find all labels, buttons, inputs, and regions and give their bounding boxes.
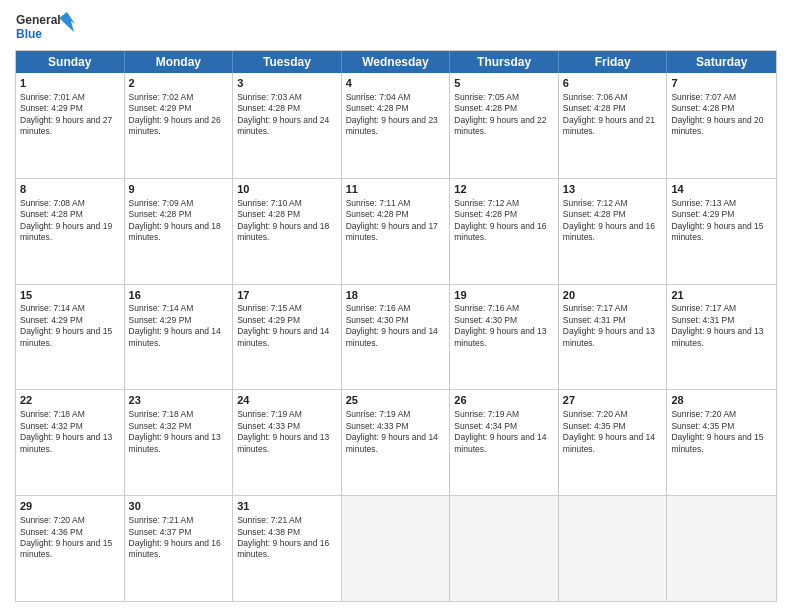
sunrise-label: Sunrise: 7:20 AM — [671, 409, 736, 419]
day-cell-18: 18 Sunrise: 7:16 AM Sunset: 4:30 PM Dayl… — [342, 285, 451, 390]
day-cell-23: 23 Sunrise: 7:18 AM Sunset: 4:32 PM Dayl… — [125, 390, 234, 495]
sunrise-label: Sunrise: 7:18 AM — [20, 409, 85, 419]
logo-svg: General Blue — [15, 10, 75, 46]
svg-marker-2 — [59, 12, 75, 32]
day-number: 27 — [563, 393, 663, 408]
daylight-label: Daylight: 9 hours and 15 minutes. — [671, 221, 763, 242]
day-number: 25 — [346, 393, 446, 408]
header-day-saturday: Saturday — [667, 51, 776, 73]
sunrise-label: Sunrise: 7:02 AM — [129, 92, 194, 102]
day-number: 11 — [346, 182, 446, 197]
day-number: 20 — [563, 288, 663, 303]
sunset-label: Sunset: 4:29 PM — [129, 315, 192, 325]
day-cell-30: 30 Sunrise: 7:21 AM Sunset: 4:37 PM Dayl… — [125, 496, 234, 601]
week-row-2: 15 Sunrise: 7:14 AM Sunset: 4:29 PM Dayl… — [16, 284, 776, 390]
daylight-label: Daylight: 9 hours and 18 minutes. — [237, 221, 329, 242]
day-number: 28 — [671, 393, 772, 408]
sunset-label: Sunset: 4:28 PM — [454, 103, 517, 113]
week-row-0: 1 Sunrise: 7:01 AM Sunset: 4:29 PM Dayli… — [16, 73, 776, 178]
sunset-label: Sunset: 4:36 PM — [20, 527, 83, 537]
header-day-thursday: Thursday — [450, 51, 559, 73]
daylight-label: Daylight: 9 hours and 22 minutes. — [454, 115, 546, 136]
sunset-label: Sunset: 4:28 PM — [346, 209, 409, 219]
day-cell-12: 12 Sunrise: 7:12 AM Sunset: 4:28 PM Dayl… — [450, 179, 559, 284]
sunrise-label: Sunrise: 7:17 AM — [563, 303, 628, 313]
sunrise-label: Sunrise: 7:21 AM — [237, 515, 302, 525]
sunrise-label: Sunrise: 7:15 AM — [237, 303, 302, 313]
sunset-label: Sunset: 4:29 PM — [671, 209, 734, 219]
day-number: 15 — [20, 288, 120, 303]
day-number: 10 — [237, 182, 337, 197]
sunrise-label: Sunrise: 7:14 AM — [20, 303, 85, 313]
day-number: 26 — [454, 393, 554, 408]
daylight-label: Daylight: 9 hours and 14 minutes. — [346, 326, 438, 347]
daylight-label: Daylight: 9 hours and 14 minutes. — [563, 432, 655, 453]
sunrise-label: Sunrise: 7:01 AM — [20, 92, 85, 102]
day-number: 31 — [237, 499, 337, 514]
day-number: 22 — [20, 393, 120, 408]
empty-cell — [667, 496, 776, 601]
day-cell-17: 17 Sunrise: 7:15 AM Sunset: 4:29 PM Dayl… — [233, 285, 342, 390]
day-cell-9: 9 Sunrise: 7:09 AM Sunset: 4:28 PM Dayli… — [125, 179, 234, 284]
day-cell-10: 10 Sunrise: 7:10 AM Sunset: 4:28 PM Dayl… — [233, 179, 342, 284]
empty-cell — [450, 496, 559, 601]
daylight-label: Daylight: 9 hours and 18 minutes. — [129, 221, 221, 242]
day-cell-13: 13 Sunrise: 7:12 AM Sunset: 4:28 PM Dayl… — [559, 179, 668, 284]
sunrise-label: Sunrise: 7:06 AM — [563, 92, 628, 102]
daylight-label: Daylight: 9 hours and 16 minutes. — [237, 538, 329, 559]
sunset-label: Sunset: 4:28 PM — [563, 209, 626, 219]
daylight-label: Daylight: 9 hours and 13 minutes. — [563, 326, 655, 347]
sunrise-label: Sunrise: 7:16 AM — [454, 303, 519, 313]
sunrise-label: Sunrise: 7:12 AM — [454, 198, 519, 208]
day-cell-31: 31 Sunrise: 7:21 AM Sunset: 4:38 PM Dayl… — [233, 496, 342, 601]
daylight-label: Daylight: 9 hours and 13 minutes. — [20, 432, 112, 453]
daylight-label: Daylight: 9 hours and 14 minutes. — [129, 326, 221, 347]
header-day-friday: Friday — [559, 51, 668, 73]
day-number: 8 — [20, 182, 120, 197]
header-day-tuesday: Tuesday — [233, 51, 342, 73]
daylight-label: Daylight: 9 hours and 13 minutes. — [129, 432, 221, 453]
sunrise-label: Sunrise: 7:10 AM — [237, 198, 302, 208]
day-cell-2: 2 Sunrise: 7:02 AM Sunset: 4:29 PM Dayli… — [125, 73, 234, 178]
day-number: 30 — [129, 499, 229, 514]
sunrise-label: Sunrise: 7:04 AM — [346, 92, 411, 102]
daylight-label: Daylight: 9 hours and 13 minutes. — [671, 326, 763, 347]
day-cell-21: 21 Sunrise: 7:17 AM Sunset: 4:31 PM Dayl… — [667, 285, 776, 390]
sunset-label: Sunset: 4:29 PM — [20, 315, 83, 325]
day-cell-16: 16 Sunrise: 7:14 AM Sunset: 4:29 PM Dayl… — [125, 285, 234, 390]
day-number: 4 — [346, 76, 446, 91]
sunset-label: Sunset: 4:28 PM — [563, 103, 626, 113]
sunset-label: Sunset: 4:29 PM — [129, 103, 192, 113]
day-cell-11: 11 Sunrise: 7:11 AM Sunset: 4:28 PM Dayl… — [342, 179, 451, 284]
daylight-label: Daylight: 9 hours and 14 minutes. — [454, 432, 546, 453]
header-day-wednesday: Wednesday — [342, 51, 451, 73]
sunrise-label: Sunrise: 7:20 AM — [563, 409, 628, 419]
day-cell-6: 6 Sunrise: 7:06 AM Sunset: 4:28 PM Dayli… — [559, 73, 668, 178]
day-number: 23 — [129, 393, 229, 408]
daylight-label: Daylight: 9 hours and 13 minutes. — [237, 432, 329, 453]
header: General Blue — [15, 10, 777, 46]
day-number: 3 — [237, 76, 337, 91]
sunset-label: Sunset: 4:29 PM — [20, 103, 83, 113]
sunrise-label: Sunrise: 7:05 AM — [454, 92, 519, 102]
day-cell-5: 5 Sunrise: 7:05 AM Sunset: 4:28 PM Dayli… — [450, 73, 559, 178]
day-number: 6 — [563, 76, 663, 91]
day-cell-7: 7 Sunrise: 7:07 AM Sunset: 4:28 PM Dayli… — [667, 73, 776, 178]
sunrise-label: Sunrise: 7:19 AM — [454, 409, 519, 419]
day-cell-25: 25 Sunrise: 7:19 AM Sunset: 4:33 PM Dayl… — [342, 390, 451, 495]
day-number: 19 — [454, 288, 554, 303]
daylight-label: Daylight: 9 hours and 14 minutes. — [346, 432, 438, 453]
sunrise-label: Sunrise: 7:18 AM — [129, 409, 194, 419]
week-row-3: 22 Sunrise: 7:18 AM Sunset: 4:32 PM Dayl… — [16, 389, 776, 495]
calendar: SundayMondayTuesdayWednesdayThursdayFrid… — [15, 50, 777, 602]
sunset-label: Sunset: 4:28 PM — [237, 103, 300, 113]
day-cell-19: 19 Sunrise: 7:16 AM Sunset: 4:30 PM Dayl… — [450, 285, 559, 390]
svg-text:General: General — [16, 13, 61, 27]
day-cell-24: 24 Sunrise: 7:19 AM Sunset: 4:33 PM Dayl… — [233, 390, 342, 495]
sunset-label: Sunset: 4:33 PM — [346, 421, 409, 431]
svg-text:Blue: Blue — [16, 27, 42, 41]
sunset-label: Sunset: 4:28 PM — [129, 209, 192, 219]
sunset-label: Sunset: 4:35 PM — [671, 421, 734, 431]
sunset-label: Sunset: 4:33 PM — [237, 421, 300, 431]
calendar-body: 1 Sunrise: 7:01 AM Sunset: 4:29 PM Dayli… — [16, 73, 776, 601]
